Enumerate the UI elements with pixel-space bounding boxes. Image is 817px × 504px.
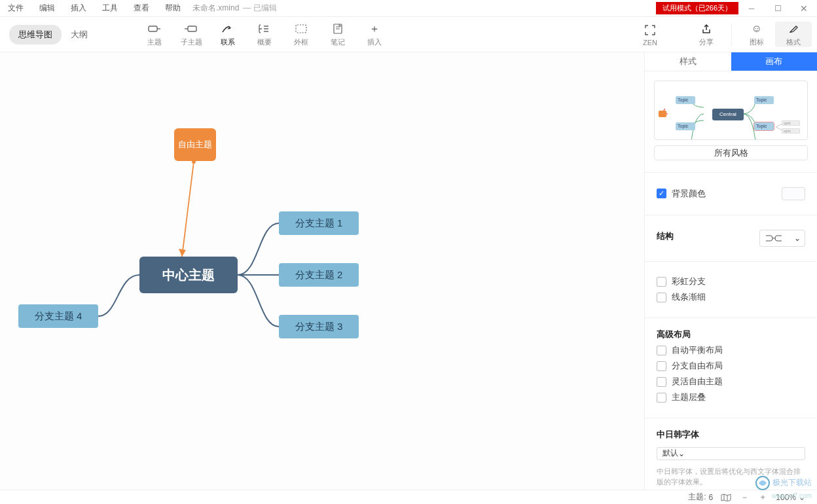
preview-topic-2: Topic [676,122,695,130]
menu-insert[interactable]: 插入 [63,3,94,14]
zoom-level[interactable]: 100% ⌄ [776,493,805,502]
svg-line-8 [182,162,194,257]
sidebar-tab-canvas[interactable]: 画布 [731,52,818,71]
branch-node-4[interactable]: 分支主题 4 [18,304,98,328]
auto-balance-checkbox[interactable] [657,346,666,355]
menu-view[interactable]: 查看 [126,3,157,14]
tab-mindmap[interactable]: 思维导图 [9,25,62,45]
tool-subtopic[interactable]: 子主题 [173,22,209,47]
flex-topic-label: 灵活自由主题 [672,376,723,387]
tab-outline[interactable]: 大纲 [62,25,97,45]
tool-note[interactable]: 笔记 [319,22,356,47]
menu-tools[interactable]: 工具 [94,3,126,14]
tool-note-label: 笔记 [331,37,345,47]
tool-subtopic-label: 子主题 [181,37,202,47]
preview-sub-2: opic [782,128,800,134]
overlap-checkbox[interactable] [657,393,666,403]
preview-sub-1: opic [782,120,800,126]
window-maximize[interactable]: ☐ [765,4,791,13]
tool-format[interactable]: 格式 [775,22,812,47]
tool-topic[interactable]: 主题 [136,22,173,47]
flex-topic-checkbox[interactable] [657,377,666,387]
structure-title: 结构 [657,230,759,242]
preview-topic-5: Topic [754,122,774,130]
tool-icons[interactable]: ☺ 图标 [738,22,775,47]
tapered-checkbox[interactable] [657,293,666,302]
chevron-down-icon: ⌄ [799,493,805,502]
menu-file[interactable]: 文件 [0,3,31,14]
tool-summary[interactable]: 概要 [246,22,283,47]
structure-select[interactable]: ⌄ [759,230,805,247]
sidebar-tab-style[interactable]: 样式 [645,52,731,71]
tool-insert[interactable]: ＋ 插入 [356,22,393,47]
tool-share[interactable]: 分享 [688,22,725,47]
menu-help[interactable]: 帮助 [157,3,189,14]
tool-zen[interactable]: ZEN [632,23,668,46]
zoom-out-button[interactable]: − [739,493,750,502]
svg-rect-3 [188,26,196,31]
central-topic-node[interactable]: 中心主题 [139,257,238,293]
auto-balance-label: 自动平衡布局 [672,344,723,356]
subtopic-icon [184,22,198,36]
menu-edit[interactable]: 编辑 [31,3,63,14]
tool-topic-label: 主题 [147,37,162,47]
tool-boundary-label: 外框 [294,37,308,47]
brush-icon [788,22,799,36]
tool-boundary[interactable]: 外框 [283,22,319,47]
bg-color-label: 背景颜色 [672,188,782,200]
advanced-layout-title: 高级布局 [657,329,805,340]
theme-preview[interactable]: Topic Topic Topic Central Topic Topic To… [654,81,808,140]
window-minimize[interactable]: ─ [738,4,765,13]
map-icon [721,494,731,501]
tool-zen-label: ZEN [643,39,657,46]
relation-icon [221,22,234,36]
zen-icon [645,23,655,37]
rainbow-checkbox[interactable] [657,277,666,287]
preview-topic-1: Topic [676,96,695,104]
preview-free-icon [659,111,666,117]
chevron-down-icon: ⌄ [678,449,685,458]
chevron-down-icon: ⌄ [794,234,801,243]
cjk-font-hint: 中日韩字体，设置后将优化与西文字体混合排版的字体效果。 [657,467,805,487]
file-status: — 已编辑 [243,3,276,14]
cjk-font-select[interactable]: 默认 ⌄ [657,447,805,460]
branch-free-checkbox[interactable] [657,361,666,371]
rainbow-label: 彩虹分支 [672,276,706,287]
tool-share-label: 分享 [699,37,714,47]
trial-banner: 试用模式（已266天） [656,2,738,14]
tool-summary-label: 概要 [257,37,272,47]
format-sidebar: 样式 画布 Topic Topic Topic Central Topic To… [644,52,817,490]
branch-free-label: 分支自由布局 [672,360,723,372]
structure-icon [764,234,784,243]
branch-node-1[interactable]: 分支主题 1 [279,211,359,235]
svg-rect-0 [149,26,157,31]
tapered-label: 线条渐细 [672,291,706,303]
menubar: 文件 编辑 插入 工具 查看 帮助 未命名.xmind — 已编辑 试用模式（已… [0,0,817,17]
branch-node-3[interactable]: 分支主题 3 [279,315,359,338]
all-styles-button[interactable]: 所有风格 [654,145,808,160]
free-topic-node[interactable]: 自由主题 [174,128,216,161]
overlap-label: 主题层叠 [672,391,706,403]
preview-topic-4: Topic [754,96,774,104]
zoom-in-button[interactable]: + [757,493,768,502]
smiley-icon: ☺ [752,22,762,36]
branch-node-2[interactable]: 分支主题 2 [279,263,359,287]
mindmap-canvas[interactable]: 自由主题 中心主题 分支主题 1 分支主题 2 分支主题 3 分支主题 4 [0,52,644,490]
bg-color-checkbox[interactable]: ✓ [657,189,666,198]
share-icon [701,22,712,36]
topic-count: 主题: 6 [688,492,713,503]
cjk-font-title: 中日韩字体 [657,429,805,441]
tool-icons-label: 图标 [750,37,764,47]
tool-insert-label: 插入 [367,37,382,47]
bg-color-swatch[interactable] [782,187,805,200]
boundary-icon [295,22,307,36]
tool-relation[interactable]: 联系 [209,22,246,47]
summary-icon [259,22,270,36]
tool-format-label: 格式 [786,37,801,47]
svg-rect-4 [296,25,306,33]
window-close[interactable]: ✕ [791,3,817,14]
tool-relation-label: 联系 [221,37,235,47]
minimap-toggle[interactable] [721,494,731,501]
statusbar: 主题: 6 − + 100% ⌄ [0,490,817,504]
insert-icon: ＋ [369,22,380,36]
